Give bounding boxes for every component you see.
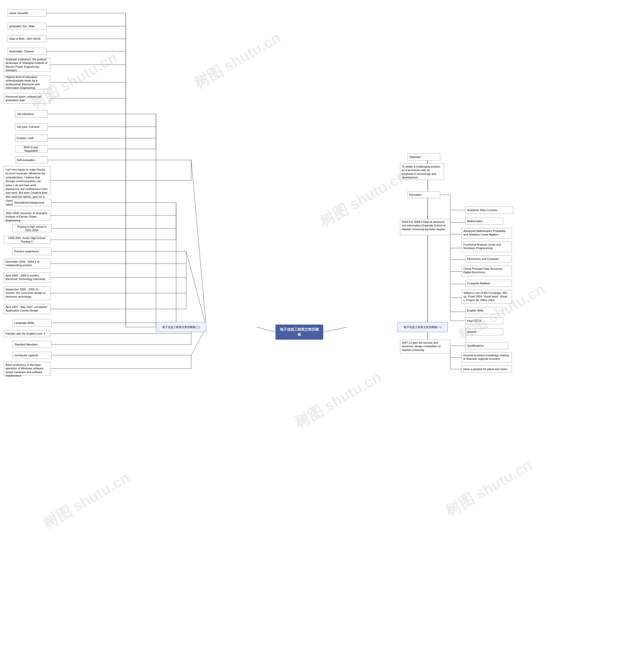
node-lang: Language ability xyxy=(13,319,52,326)
svg-line-0 xyxy=(257,327,276,332)
watermark-7: 树图 shutu.cn xyxy=(442,455,536,521)
node-computer-abil-detail: Skilled in use of MS Frontpage, Win xp, … xyxy=(461,290,512,304)
left-branch-label: 电子信息工程英文简历模板(二) xyxy=(162,325,200,329)
node-computer-abil: Computer Abilitees xyxy=(465,280,512,287)
node-grad-inst: Graduate institutions: the political lan… xyxy=(4,58,50,72)
node-english: English Skills xyxy=(465,307,503,314)
node-edu2: Poyang a high school in 2001-2004 xyxy=(13,225,52,232)
node-edu3: 1998-2001 Junior High School Poyang II xyxy=(4,236,50,243)
node-edu-detail: 2004.9 to 2008.9 Dept.of electronic and … xyxy=(400,219,450,235)
node-edu-background: Educational background xyxy=(13,199,52,206)
node-position: Position: staff xyxy=(15,135,48,142)
node-lang1: Familiar with the English level: 4 xyxy=(4,330,50,337)
node-practice: Practice experience xyxy=(13,247,52,255)
node-self-eval: Self-evaluation xyxy=(15,157,48,163)
left-branch-node: 电子信息工程英文简历模板(二) xyxy=(156,322,206,332)
node-pay: Wish to pay: Negotiable xyxy=(15,145,48,152)
node-name: name: liuxue86 xyxy=(8,10,46,17)
node-passion: Have a passion for plane and motor. xyxy=(461,365,512,373)
node-awards: Awards xyxy=(465,328,503,335)
node-objective: Objective xyxy=(407,153,440,161)
watermark-6: 树图 shutu.cn xyxy=(39,468,134,534)
node-electronics: Electronics and Computer xyxy=(465,255,512,263)
node-objective-text: To obtain a challenging position as a te… xyxy=(400,163,444,180)
node-practice4: April 2007 - May 2007: com#puter Applica… xyxy=(4,304,50,314)
svg-line-24 xyxy=(186,251,206,327)
node-lang2: Standard Mandarin xyxy=(13,341,52,348)
node-practice2: April 2005 - 2005 6 months: Electronic T… xyxy=(4,272,50,283)
watermark-3: 树图 shutu.cn xyxy=(316,166,410,232)
node-job-intentions: Job intentions xyxy=(15,110,48,118)
node-dob: Date of Birth :1987-09-08 xyxy=(8,35,46,42)
node-cet: Past CET-6. xyxy=(465,317,503,324)
center-node: 电子信息工程英文简历模板 xyxy=(276,324,323,340)
watermark-2: 树图 shutu.cn xyxy=(190,27,284,94)
node-func: Functional Analysis Linear and Nonlinear… xyxy=(461,242,512,252)
node-personnel: Personnel types: ordinary job graduation… xyxy=(4,93,50,104)
svg-line-1 xyxy=(323,327,347,332)
node-awards-detail: 2007.12 gain the second rank electronic … xyxy=(400,340,450,353)
node-highest-edu: Highest level of education: undergraduat… xyxy=(4,76,50,89)
node-nationality: Nationality: Chinese xyxy=(8,48,46,55)
center-label: 电子信息工程英文简历模板 xyxy=(280,327,319,337)
node-circuit: Circuit Principal Data Structures Digita… xyxy=(461,266,512,276)
right-branch-node: 电子信息工程英文简历模板(一) xyxy=(398,322,448,332)
node-math: Mathematics xyxy=(465,218,503,225)
node-computer-label: com#puter capacity xyxy=(13,352,52,359)
node-qualif-detail: General business knowledge relating to f… xyxy=(461,352,512,363)
svg-line-15 xyxy=(191,160,206,327)
node-sex: graduates Sex: Male xyxy=(8,23,46,30)
node-practice3: September 2006 - 2006 10 months: the cur… xyxy=(4,286,50,300)
node-qualif: Qualifications xyxy=(465,342,508,349)
node-computer-text: Basic proficiency in the basic operation… xyxy=(4,362,50,376)
watermark-5: 树图 shutu.cn xyxy=(291,367,385,433)
node-job-type: Job type: Full-time xyxy=(15,123,48,130)
node-academic: Academic Main Courses xyxy=(465,206,513,214)
node-math-detail: Advanced Mathematics Probability and Sta… xyxy=(461,228,512,239)
node-self-eval-text: I am very happy to make friends, to com#… xyxy=(4,166,50,195)
node-practice1: December 2004 - 2004 1 of: metalworking … xyxy=(4,259,50,269)
right-branch-label: 电子信息工程英文简历模板(一) xyxy=(404,325,442,329)
node-education: Education xyxy=(407,191,440,198)
node-edu1: 2004-2008 University of Shanghai Institu… xyxy=(4,210,50,220)
